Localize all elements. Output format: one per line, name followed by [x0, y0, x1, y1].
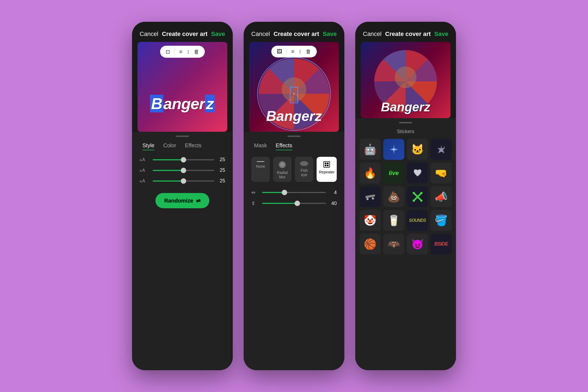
phone2-slider2-track[interactable] — [262, 203, 326, 204]
svg-point-12 — [413, 192, 415, 194]
sticker-bats[interactable]: 🦇 — [383, 234, 404, 255]
phone-3: Cancel Create cover art Save — [355, 22, 456, 370]
stickers-label: Stickers — [397, 129, 414, 134]
effect-repeater-btn[interactable]: Repeater — [317, 157, 337, 182]
effect-radial-label: Radial blur — [275, 170, 289, 179]
phone2-slider2-thumb[interactable] — [295, 201, 300, 206]
slider-row-2: AA 25 — [140, 167, 225, 173]
sticker-grid: 🤖 🐱 🔥 live — [360, 139, 452, 255]
filter2-icon[interactable]: ⫶ — [299, 48, 301, 55]
slider3-label: AA — [140, 179, 149, 183]
slider2-track[interactable] — [153, 170, 214, 171]
phone1-save-button[interactable]: Save — [211, 30, 225, 38]
selection-rect — [290, 87, 298, 103]
slider1-thumb[interactable] — [181, 157, 186, 163]
drag-handle-2[interactable] — [287, 136, 301, 137]
tab-effects[interactable]: Effects — [185, 142, 201, 150]
phone-1: Cancel Create cover art Save ⊡ ≡ ⫶ 🗑 Ban… — [132, 22, 233, 370]
slider3-value: 25 — [218, 178, 225, 184]
tab-mask[interactable]: Mask — [254, 142, 267, 150]
phone2-save-button[interactable]: Save — [323, 30, 337, 38]
sticker-bucket[interactable]: 🪣 — [431, 210, 452, 231]
slider2-label: AA — [140, 168, 149, 173]
slider3-fill — [153, 180, 183, 182]
tab-style[interactable]: Style — [142, 142, 154, 150]
phone2-bottom-panel: Mask Effects None Radial blur Fish eye — [244, 132, 344, 370]
sticker-speaker[interactable]: 📣 — [431, 186, 452, 207]
delete2-icon[interactable]: 🗑 — [306, 48, 311, 55]
tab-effects-2[interactable]: Effects — [276, 142, 292, 150]
phone2-tab-row: Mask Effects — [251, 142, 292, 150]
sticker-fire[interactable]: 🔥 — [360, 163, 381, 183]
phone1-toolbar: ⊡ ≡ ⫶ 🗑 — [160, 46, 205, 58]
phone2-slider2-fill — [262, 203, 297, 204]
svg-point-14 — [413, 200, 415, 202]
align-icon[interactable]: ≡ — [179, 49, 182, 55]
sticker-milk[interactable]: 🥛 — [383, 210, 404, 231]
phone2-slider1-thumb[interactable] — [282, 190, 287, 195]
sticker-clown[interactable]: 🤡 — [360, 210, 381, 231]
phone1-title: Create cover art — [162, 30, 208, 38]
slider2-thumb[interactable] — [181, 168, 186, 173]
sticker-fist[interactable]: 🤜 — [431, 163, 452, 183]
slider3-thumb[interactable] — [181, 178, 186, 184]
sticker-sparkle[interactable] — [383, 139, 404, 160]
phone2-canvas: 🖼 ≡ ⫶ 🗑 — [249, 42, 339, 132]
sticker-poop[interactable]: 💩 — [383, 186, 404, 207]
phone1-header: Cancel Create cover art Save — [132, 22, 233, 42]
sticker-skate[interactable] — [360, 186, 381, 207]
delete-icon[interactable]: 🗑 — [194, 49, 199, 55]
sticker-cross[interactable] — [407, 186, 428, 207]
align2-icon[interactable]: ≡ — [291, 48, 295, 55]
sticker-heart[interactable] — [407, 163, 428, 183]
phone1-tab-row: Style Color Effects — [140, 142, 201, 150]
phone2-slider-1: ⇔ 4 — [251, 189, 337, 195]
sticker-star[interactable] — [431, 139, 452, 160]
text-icon[interactable]: ⊡ — [166, 48, 170, 55]
phone2-cancel-button[interactable]: Cancel — [251, 30, 270, 38]
slider-row-1: AA 25 — [140, 157, 225, 163]
slider3-track[interactable] — [153, 180, 214, 182]
phone2-bangerz-text: Bangerz — [266, 108, 322, 124]
svg-rect-7 — [365, 194, 375, 198]
phone1-cancel-button[interactable]: Cancel — [140, 30, 158, 38]
phone1-bottom-panel: Style Color Effects AA 25 AA 25 — [132, 132, 233, 370]
phone2-slider1-track[interactable] — [262, 192, 326, 193]
svg-point-9 — [372, 197, 374, 200]
effect-radial-btn[interactable]: Radial blur — [273, 157, 292, 182]
filter-icon[interactable]: ⫶ — [187, 49, 189, 55]
effect-none-btn[interactable]: None — [251, 157, 270, 182]
toolbar-divider-2 — [287, 49, 287, 54]
phone3-canvas: Bangerz — [361, 42, 451, 118]
randomize-button[interactable]: Randomize ⇌ — [155, 193, 209, 208]
sticker-bside[interactable]: BSIDE — [431, 234, 452, 255]
phone1-canvas: ⊡ ≡ ⫶ 🗑 Bangerz — [137, 42, 227, 132]
phone2-header: Cancel Create cover art Save — [244, 22, 344, 42]
sticker-sounds[interactable]: SOUNDS — [407, 210, 428, 231]
slider1-label: AA — [140, 157, 149, 162]
sticker-basketball[interactable]: 🏀 — [360, 234, 381, 255]
drag-handle[interactable] — [176, 136, 189, 137]
phone3-title: Create cover art — [385, 30, 431, 38]
sticker-robot[interactable]: 🤖 — [360, 139, 381, 160]
slider2-fill — [153, 170, 183, 171]
phone1-bangerz-text: Bangerz — [150, 94, 215, 113]
radial-icon — [279, 161, 286, 168]
tab-color[interactable]: Color — [163, 142, 176, 150]
sticker-live[interactable]: live — [383, 163, 404, 183]
sticker-devil[interactable]: 😈 — [407, 234, 428, 255]
effect-fisheye-label: Fish eye — [297, 168, 311, 177]
svg-point-13 — [420, 192, 422, 194]
slider1-track[interactable] — [153, 159, 214, 160]
image-icon[interactable]: 🖼 — [277, 48, 282, 55]
randomize-label: Randomize — [164, 198, 193, 204]
sticker-cat[interactable]: 🐱 — [407, 139, 428, 160]
svg-point-15 — [420, 200, 422, 202]
effect-none-label: None — [256, 164, 265, 169]
phone3-save-button[interactable]: Save — [434, 30, 448, 38]
slider1-fill — [153, 159, 183, 160]
drag-handle-3[interactable] — [399, 122, 412, 123]
effect-fisheye-btn[interactable]: Fish eye — [295, 157, 313, 182]
phone2-slider-2: ⇕ 40 — [251, 200, 337, 206]
phone3-cancel-button[interactable]: Cancel — [363, 30, 381, 38]
